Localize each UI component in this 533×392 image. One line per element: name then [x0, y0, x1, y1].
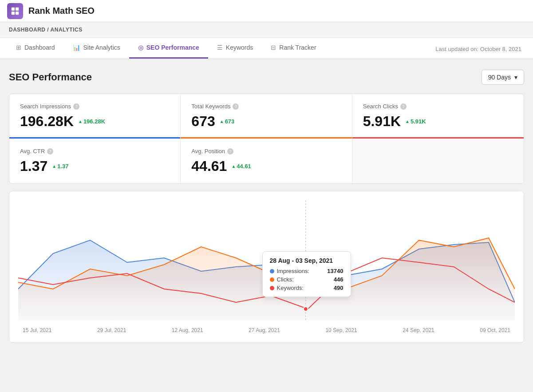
- xaxis-label-1: 29 Jul, 2021: [97, 327, 126, 333]
- seo-performance-icon: ◎: [138, 44, 143, 51]
- last-updated: Last updated on: October 8, 2021: [431, 40, 526, 59]
- period-selector[interactable]: 90 Days ▾: [482, 70, 524, 85]
- breadcrumb: DASHBOARD / ANALYTICS: [0, 22, 533, 38]
- stat-avg-position: Avg. Position ? 44.61 44.61: [181, 139, 352, 183]
- dashboard-icon: ⊞: [16, 44, 21, 51]
- chart-area[interactable]: 28 Aug - 03 Sep, 2021 Impressions: 13740…: [18, 200, 515, 325]
- avg-position-label: Avg. Position ?: [191, 148, 341, 154]
- tab-site-analytics-label: Site Analytics: [83, 44, 120, 51]
- avg-ctr-help[interactable]: ?: [47, 148, 53, 154]
- svg-rect-2: [12, 11, 15, 14]
- tab-keywords-label: Keywords: [226, 44, 253, 51]
- breadcrumb-separator: /: [47, 27, 50, 33]
- tooltip-clicks-label-group: Clicks:: [270, 276, 294, 283]
- chart-xaxis: 15 Jul, 2021 29 Jul, 2021 12 Aug, 2021 2…: [18, 325, 515, 333]
- chart-tooltip: 28 Aug - 03 Sep, 2021 Impressions: 13740…: [262, 251, 351, 297]
- section-title: SEO Performance: [9, 71, 92, 83]
- tooltip-impressions-label-group: Impressions:: [270, 268, 310, 274]
- stat-empty: [352, 139, 524, 183]
- keywords-icon: ☰: [217, 44, 223, 51]
- chart-container: 28 Aug - 03 Sep, 2021 Impressions: 13740…: [9, 191, 524, 343]
- stat-total-keywords: Total Keywords ? 673 673: [181, 94, 352, 139]
- stat-search-impressions: Search Impressions ? 196.28K 196.28K: [9, 94, 181, 139]
- search-clicks-change: 5.91K: [405, 118, 426, 125]
- stats-row-top: Search Impressions ? 196.28K 196.28K Tot…: [9, 94, 524, 139]
- search-impressions-change: 196.28K: [78, 118, 105, 125]
- rank-tracker-icon: ⊟: [271, 44, 276, 51]
- stats-grid: Search Impressions ? 196.28K 196.28K Tot…: [9, 94, 524, 184]
- tab-site-analytics[interactable]: 📊 Site Analytics: [64, 38, 129, 59]
- tooltip-keywords-row: Keywords: 490: [270, 285, 343, 291]
- avg-position-help[interactable]: ?: [227, 148, 233, 154]
- total-keywords-value: 673 673: [191, 113, 341, 130]
- tab-rank-tracker-label: Rank Tracker: [279, 44, 316, 51]
- impressions-dot: [270, 269, 274, 273]
- search-impressions-value: 196.28K 196.28K: [20, 113, 170, 130]
- total-keywords-help[interactable]: ?: [233, 103, 239, 110]
- total-keywords-label: Total Keywords ?: [191, 103, 341, 110]
- period-label: 90 Days: [488, 74, 511, 81]
- xaxis-label-0: 15 Jul, 2021: [23, 327, 51, 333]
- xaxis-label-2: 12 Aug, 2021: [172, 327, 203, 333]
- tooltip-impressions-value: 13740: [327, 268, 343, 274]
- search-clicks-value: 5.91K 5.91K: [363, 113, 513, 130]
- app-title: Rank Math SEO: [28, 6, 95, 16]
- section-header: SEO Performance 90 Days ▾: [9, 70, 524, 85]
- avg-position-change: 44.61: [231, 163, 251, 170]
- tooltip-impressions-label: Impressions:: [277, 268, 310, 274]
- tab-rank-tracker[interactable]: ⊟ Rank Tracker: [262, 38, 325, 59]
- avg-ctr-value: 1.37 1.37: [20, 158, 170, 174]
- tooltip-keywords-label-group: Keywords:: [270, 285, 304, 291]
- tab-bar: ⊞ Dashboard 📊 Site Analytics ◎ SEO Perfo…: [0, 38, 533, 59]
- total-keywords-change: 673: [220, 118, 235, 125]
- stats-row-bottom: Avg. CTR ? 1.37 1.37 Avg. Position ? 44.…: [9, 139, 524, 183]
- clicks-dot: [270, 277, 274, 282]
- svg-rect-3: [16, 11, 19, 14]
- svg-rect-1: [16, 7, 19, 10]
- avg-ctr-label: Avg. CTR ?: [20, 148, 170, 154]
- tooltip-impressions-row: Impressions: 13740: [270, 268, 343, 274]
- tooltip-date: 28 Aug - 03 Sep, 2021: [270, 257, 343, 264]
- tooltip-keywords-value: 490: [334, 285, 343, 291]
- tab-dashboard[interactable]: ⊞ Dashboard: [7, 38, 64, 59]
- xaxis-label-3: 27 Aug, 2021: [249, 327, 280, 333]
- tooltip-clicks-label: Clicks:: [277, 276, 294, 283]
- site-analytics-icon: 📊: [73, 44, 80, 51]
- app-logo: [7, 3, 23, 19]
- stat-avg-ctr: Avg. CTR ? 1.37 1.37: [9, 139, 181, 183]
- tab-dashboard-label: Dashboard: [24, 44, 55, 51]
- period-dropdown-icon: ▾: [514, 74, 517, 81]
- main-content: SEO Performance 90 Days ▾ Search Impress…: [0, 59, 533, 353]
- tab-seo-performance[interactable]: ◎ SEO Performance: [129, 38, 208, 59]
- breadcrumb-current: ANALYTICS: [51, 27, 83, 33]
- search-impressions-help[interactable]: ?: [73, 103, 79, 110]
- tab-keywords[interactable]: ☰ Keywords: [208, 38, 262, 59]
- tooltip-clicks-row: Clicks: 446: [270, 276, 343, 283]
- tooltip-clicks-value: 446: [334, 276, 343, 283]
- search-clicks-label: Search Clicks ?: [363, 103, 513, 110]
- xaxis-label-6: 09 Oct, 2021: [480, 327, 510, 333]
- search-impressions-label: Search Impressions ?: [20, 103, 170, 110]
- avg-position-value: 44.61 44.61: [191, 158, 341, 174]
- tooltip-keywords-label: Keywords:: [277, 285, 304, 291]
- search-clicks-help[interactable]: ?: [400, 103, 407, 110]
- keywords-dot: [304, 307, 308, 311]
- svg-rect-0: [12, 7, 15, 10]
- stat-search-clicks: Search Clicks ? 5.91K 5.91K: [352, 94, 524, 139]
- keywords-dot-tooltip: [270, 286, 274, 290]
- breadcrumb-home[interactable]: DASHBOARD: [9, 27, 46, 33]
- avg-ctr-change: 1.37: [52, 163, 68, 170]
- xaxis-label-4: 10 Sep, 2021: [325, 327, 357, 333]
- xaxis-label-5: 24 Sep, 2021: [403, 327, 434, 333]
- app-header: Rank Math SEO: [0, 0, 533, 22]
- tab-seo-performance-label: SEO Performance: [146, 44, 199, 51]
